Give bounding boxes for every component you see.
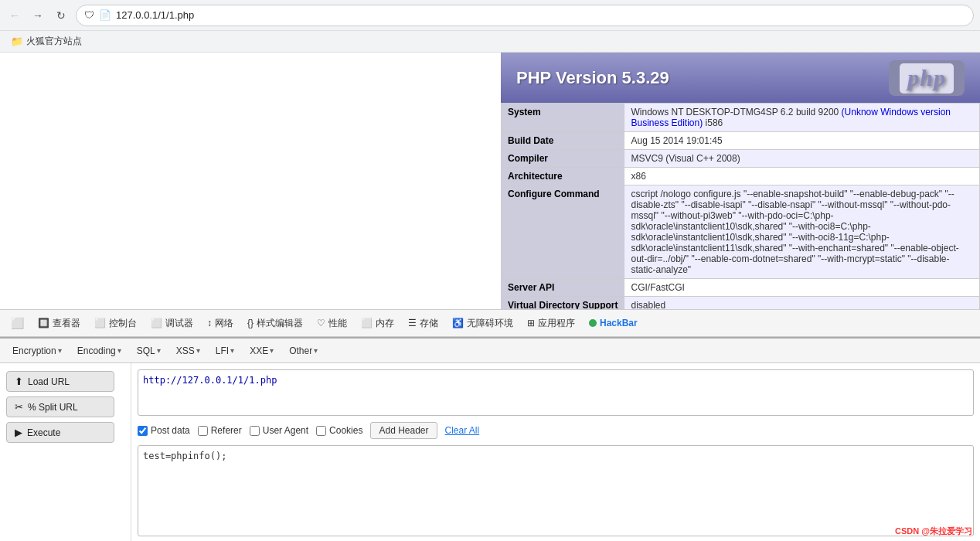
network-icon: ↕ — [207, 318, 212, 328]
post-data-checkbox[interactable] — [138, 426, 148, 436]
table-value: MSVC9 (Visual C++ 2008) — [624, 150, 980, 168]
phpinfo-scroll: PHP Version 5.3.29 php SystemWindows NT … — [501, 53, 980, 337]
bookmark-label: 火狐官方站点 — [26, 35, 82, 48]
hackbar-right-panel: Post data Referer User Agent Cookies A — [131, 363, 980, 541]
devtools-debugger-btn[interactable]: ⬜ 调试器 — [145, 314, 199, 333]
table-value: CGI/FastCGI — [624, 279, 980, 297]
forward-button[interactable]: → — [29, 7, 46, 24]
style-icon: {} — [247, 318, 254, 328]
sql-arrow: ▾ — [157, 346, 161, 355]
post-data-text: Post data — [151, 425, 190, 436]
watermark: CSDN @朱拉爱学习 — [895, 526, 972, 537]
table-key: Server API — [502, 279, 624, 297]
load-url-button[interactable]: ⬆ Load URL — [6, 371, 114, 392]
cookies-label[interactable]: Cookies — [316, 425, 362, 436]
other-arrow: ▾ — [314, 346, 318, 355]
app-label: 应用程序 — [538, 317, 575, 330]
execute-label: Execute — [27, 427, 60, 438]
hackbar-content: ⬆ Load URL ✂ % Split URL ▶ Execute — [0, 363, 980, 541]
table-key: System — [502, 104, 624, 132]
split-url-button[interactable]: ✂ % Split URL — [6, 396, 114, 417]
hackbar-menu-xss[interactable]: XSS ▾ — [170, 344, 206, 358]
network-label: 网络 — [215, 317, 233, 330]
debugger-label: 调试器 — [165, 317, 193, 330]
devtools-accessibility-btn[interactable]: ♿ 无障碍环境 — [446, 314, 519, 333]
devtools-performance-btn[interactable]: ♡ 性能 — [311, 314, 353, 333]
lfi-arrow: ▾ — [230, 346, 234, 355]
table-value: cscript /nologo configure.js "--enable-s… — [624, 185, 980, 279]
hackbar-panel: Encryption ▾ Encoding ▾ SQL ▾ XSS ▾ LFI … — [0, 337, 980, 541]
xss-label: XSS — [176, 345, 195, 356]
hackbar-menu-encoding[interactable]: Encoding ▾ — [71, 344, 128, 358]
php-header: PHP Version 5.3.29 php — [501, 53, 980, 103]
console-icon: ⬜ — [94, 318, 106, 328]
devtools-inspect-btn[interactable]: ⬜ — [5, 314, 30, 332]
devtools-console-btn[interactable]: ⬜ 控制台 — [88, 314, 143, 333]
refresh-button[interactable]: ↻ — [53, 7, 70, 24]
hackbar-menu-encryption[interactable]: Encryption ▾ — [6, 344, 68, 358]
console-label: 控制台 — [109, 317, 137, 330]
post-data-label[interactable]: Post data — [138, 425, 190, 436]
devtools-bar: ⬜ 🔲 查看器 ⬜ 控制台 ⬜ 调试器 ↕ 网络 {} 样式编辑器 ♡ 性能 ⬜… — [0, 309, 980, 337]
storage-icon: ☰ — [408, 318, 417, 328]
table-key: Build Date — [502, 132, 624, 150]
devtools-app-btn[interactable]: ⊞ 应用程序 — [521, 314, 581, 333]
table-key: Architecture — [502, 168, 624, 185]
user-agent-label[interactable]: User Agent — [250, 425, 308, 436]
devtools-style-btn[interactable]: {} 样式编辑器 — [241, 314, 309, 333]
execute-button[interactable]: ▶ Execute — [6, 422, 114, 443]
execute-icon: ▶ — [15, 427, 22, 438]
user-agent-checkbox[interactable] — [250, 426, 260, 436]
devtools-network-btn[interactable]: ↕ 网络 — [201, 314, 240, 333]
split-url-label: % Split URL — [28, 402, 78, 413]
table-key: Compiler — [502, 150, 624, 168]
devtools-memory-btn[interactable]: ⬜ 内存 — [355, 314, 400, 333]
load-url-label: Load URL — [28, 376, 70, 387]
hackbar-tab-label: HackBar — [600, 318, 638, 328]
url-input[interactable] — [138, 369, 974, 416]
bookmark-firefox[interactable]: 📁 火狐官方站点 — [8, 33, 85, 49]
php-version: PHP Version 5.3.29 — [516, 68, 669, 88]
referer-text: Referer — [211, 425, 242, 436]
hackbar-menu: Encryption ▾ Encoding ▾ SQL ▾ XSS ▾ LFI … — [0, 339, 980, 363]
viewer-label: 查看器 — [53, 317, 80, 330]
watermark-text: CSDN @朱拉爱学习 — [895, 526, 972, 536]
accessibility-label: 无障碍环境 — [467, 317, 513, 330]
post-data-input[interactable] — [138, 445, 974, 536]
add-header-button[interactable]: Add Header — [370, 422, 437, 439]
phpinfo-table: SystemWindows NT DESKTOP-DTMG4SP 6.2 bui… — [501, 103, 980, 315]
address-text[interactable]: 127.0.0.1/1/1.php — [116, 9, 965, 21]
performance-icon: ♡ — [317, 318, 325, 328]
devtools-storage-btn[interactable]: ☰ 存储 — [402, 314, 444, 333]
hackbar-left-panel: ⬆ Load URL ✂ % Split URL ▶ Execute — [0, 363, 131, 541]
table-value: x86 — [624, 168, 980, 185]
referer-checkbox[interactable] — [198, 426, 208, 436]
hackbar-tab-btn[interactable]: HackBar — [583, 315, 644, 332]
hackbar-menu-other[interactable]: Other ▾ — [283, 344, 324, 358]
encoding-label: Encoding — [77, 345, 116, 356]
table-value: Aug 15 2014 19:01:45 — [624, 132, 980, 150]
hackbar-menu-lfi[interactable]: LFI ▾ — [209, 344, 240, 358]
hackbar-menu-sql[interactable]: SQL ▾ — [131, 344, 167, 358]
user-agent-text: User Agent — [263, 425, 308, 436]
hackbar-dot — [589, 319, 597, 327]
bookmarks-bar: 📁 火狐官方站点 — [0, 31, 980, 53]
xxe-label: XXE — [250, 345, 268, 356]
devtools-viewer-btn[interactable]: 🔲 查看器 — [32, 314, 87, 333]
split-url-icon: ✂ — [15, 401, 23, 413]
shield-icon: 🛡 — [84, 9, 94, 21]
folder-icon: 📁 — [11, 36, 23, 47]
clear-all-button[interactable]: Clear All — [445, 425, 480, 436]
back-button[interactable]: ← — [6, 7, 23, 24]
cookies-text: Cookies — [329, 425, 362, 436]
memory-icon: ⬜ — [361, 318, 373, 328]
address-bar: 🛡 📄 127.0.0.1/1/1.php — [76, 5, 974, 26]
cookies-checkbox[interactable] — [316, 426, 326, 436]
encryption-label: Encryption — [12, 345, 56, 356]
table-value: Windows NT DESKTOP-DTMG4SP 6.2 build 920… — [624, 104, 980, 132]
debugger-icon: ⬜ — [151, 318, 162, 328]
sql-label: SQL — [137, 345, 155, 356]
performance-label: 性能 — [328, 317, 347, 330]
hackbar-menu-xxe[interactable]: XXE ▾ — [243, 344, 280, 358]
referer-label[interactable]: Referer — [198, 425, 242, 436]
